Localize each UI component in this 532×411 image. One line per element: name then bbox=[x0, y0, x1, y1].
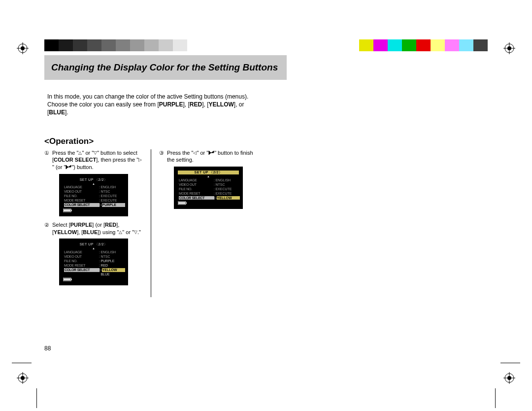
lcd-label: FILE NO. bbox=[64, 259, 99, 263]
color-swatch bbox=[130, 39, 144, 51]
lcd-row: VIDEO OUT:NTSC bbox=[63, 190, 124, 194]
step-number: ① bbox=[44, 149, 52, 171]
step-2: ② Select [PURPLE] (or [RED], [YELLOW], [… bbox=[44, 221, 143, 236]
color-swatch bbox=[473, 39, 488, 51]
color-swatch bbox=[116, 39, 130, 51]
t: ], [ bbox=[77, 229, 83, 235]
color-swatch bbox=[459, 39, 473, 51]
crop-mark bbox=[36, 388, 37, 408]
t: " or " bbox=[197, 150, 208, 156]
step-number: ③ bbox=[159, 149, 167, 164]
step-text: Select [PURPLE] (or [RED], [YELLOW], [BL… bbox=[52, 221, 143, 236]
battery-icon bbox=[63, 208, 124, 212]
lcd-value: ENGLISH bbox=[100, 250, 123, 254]
color-swatch bbox=[87, 39, 101, 51]
color-swatch bbox=[59, 39, 73, 51]
t: ." bbox=[137, 229, 141, 235]
registration-mark bbox=[17, 42, 29, 54]
lcd-selected-row: COLOR SELECT▷YELLOW bbox=[178, 196, 239, 200]
step-3: ③ Press the "◁" or "" button to finish t… bbox=[159, 149, 258, 164]
color-swatch bbox=[159, 39, 173, 51]
color-swatch bbox=[73, 39, 87, 51]
crop-mark bbox=[500, 363, 520, 363]
battery-icon bbox=[178, 201, 239, 205]
lcd-screenshot-3: SET UP 〈2/2〉 ▲ LANGUAGE:ENGLISHVIDEO OUT… bbox=[174, 167, 243, 209]
step-text: Press the "△" or "▽" button to select [C… bbox=[52, 149, 143, 171]
lcd-selected-row: COLOR SELECT▷PURPLE bbox=[63, 203, 124, 207]
registration-mark bbox=[17, 372, 29, 384]
svg-rect-23 bbox=[186, 202, 187, 204]
t: ") button. bbox=[71, 164, 93, 170]
lcd-label: MODE RESET bbox=[64, 264, 99, 268]
lcd-row: VIDEO OUT:NTSC bbox=[63, 254, 124, 259]
t: Select [ bbox=[52, 222, 70, 228]
column-1: ① Press the "△" or "▽" button to select … bbox=[44, 149, 151, 297]
lcd-screenshot-2: SET UP 〈2/2〉 ▲ LANGUAGE:ENGLISH VIDEO OU… bbox=[59, 239, 128, 285]
enter-icon bbox=[208, 150, 214, 156]
down-triangle-icon: ▽ bbox=[134, 229, 137, 235]
svg-rect-20 bbox=[71, 279, 72, 280]
color-swatch bbox=[402, 39, 416, 51]
lcd-value: YELLOW bbox=[102, 268, 126, 272]
lcd-value: YELLOW bbox=[217, 196, 240, 200]
section-heading: Changing the Display Color for the Setti… bbox=[44, 55, 287, 80]
lcd-value: NTSC bbox=[100, 255, 123, 259]
lcd-label: COLOR SELECT bbox=[64, 203, 100, 207]
color-red: RED bbox=[190, 101, 202, 108]
lcd-row: LANGUAGE:ENGLISH bbox=[178, 178, 239, 182]
color-swatch bbox=[431, 39, 445, 51]
lcd-row: MODE RESET:EXECUTE bbox=[178, 191, 239, 196]
lcd-label: LANGUAGE bbox=[64, 250, 99, 254]
t: Press the " bbox=[52, 150, 78, 156]
lcd-row: FILE NO.:EXECUTE bbox=[178, 187, 239, 191]
lcd-value: PURPLE bbox=[100, 259, 123, 263]
lcd-label: COLOR SELECT bbox=[64, 268, 100, 272]
registration-mark bbox=[503, 372, 515, 384]
lcd-row: BLUE bbox=[63, 272, 124, 276]
color-swatch bbox=[373, 39, 388, 51]
lcd-value: PURPLE bbox=[102, 203, 126, 207]
step-text: Press the "◁" or "" button to finish the… bbox=[167, 149, 258, 164]
t: " (or " bbox=[52, 164, 66, 170]
opt: BLUE bbox=[83, 229, 98, 235]
color-swatch bbox=[359, 39, 373, 51]
lcd-row: LANGUAGE:ENGLISH bbox=[63, 185, 124, 190]
opt: YELLOW bbox=[54, 229, 77, 235]
operation-columns: ① Press the "△" or "▽" button to select … bbox=[44, 149, 488, 297]
color-blue: BLUE bbox=[49, 109, 65, 116]
lcd-screenshot-1: SET UP 〈2/2〉 ▲ LANGUAGE:ENGLISHVIDEO OUT… bbox=[59, 174, 128, 216]
crop-mark bbox=[495, 388, 496, 408]
svg-rect-21 bbox=[64, 278, 70, 280]
lcd-row: MODE RESET:EXECUTE bbox=[63, 199, 124, 203]
t: Press the " bbox=[167, 150, 193, 156]
t: ]) using " bbox=[98, 229, 119, 235]
intro-part: ], [ bbox=[183, 101, 189, 108]
svg-rect-18 bbox=[64, 209, 70, 211]
lcd-label: VIDEO OUT bbox=[64, 255, 99, 259]
registration-mark bbox=[503, 42, 515, 54]
lcd-row: MODE RESET:RED bbox=[63, 263, 124, 268]
lcd-value: RED bbox=[100, 264, 123, 268]
intro-part: ]. bbox=[65, 109, 68, 116]
opt: PURPLE bbox=[70, 222, 93, 228]
color-swatch bbox=[187, 39, 201, 51]
t: " or " bbox=[122, 229, 134, 235]
lcd-title: SET UP 〈2/2〉 bbox=[178, 171, 239, 174]
enter-icon bbox=[66, 164, 71, 170]
lcd-row: FILE NO.:PURPLE bbox=[63, 259, 124, 263]
crop-mark bbox=[12, 363, 32, 363]
lcd-row: FILE NO.:EXECUTE bbox=[63, 194, 124, 199]
step-number: ② bbox=[44, 221, 52, 236]
step-1: ① Press the "△" or "▽" button to select … bbox=[44, 149, 143, 171]
color-swatch bbox=[44, 39, 59, 51]
lcd-selected-row: COLOR SELECT▷YELLOW bbox=[63, 268, 124, 272]
color-swatch bbox=[144, 39, 159, 51]
color-swatch bbox=[445, 39, 459, 51]
color-swatch bbox=[173, 39, 187, 51]
lcd-row: VIDEO OUT:NTSC bbox=[178, 182, 239, 187]
svg-rect-17 bbox=[71, 209, 72, 211]
t: ], then press the " bbox=[96, 157, 138, 163]
right-triangle-icon: ▷ bbox=[138, 157, 142, 163]
battery-icon bbox=[63, 277, 124, 281]
svg-rect-24 bbox=[178, 202, 185, 204]
